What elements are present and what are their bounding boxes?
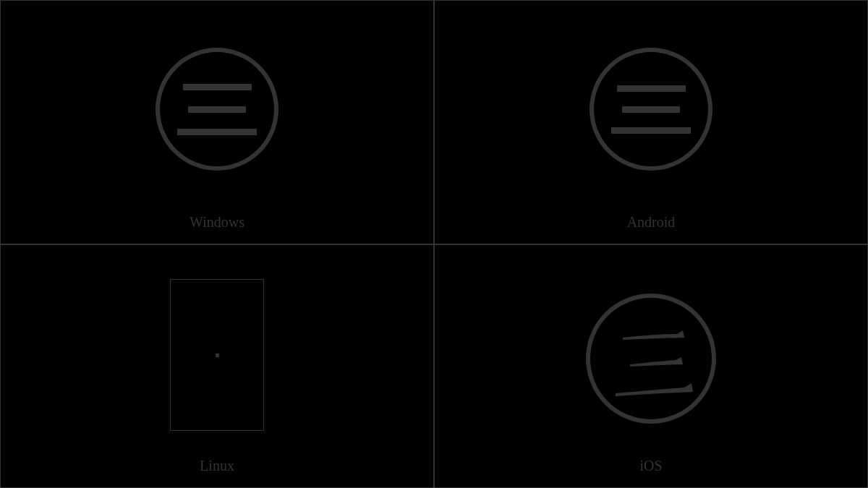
- cjk-three-icon: [590, 298, 720, 428]
- circled-three-icon: [156, 48, 278, 171]
- label-android: Android: [627, 214, 676, 231]
- cell-windows: Windows: [0, 0, 434, 244]
- glyph-ios: [435, 245, 867, 488]
- glyph-linux: [1, 245, 433, 488]
- missing-glyph-icon: [170, 279, 264, 431]
- label-ios: iOS: [639, 458, 662, 474]
- label-windows: Windows: [190, 214, 244, 231]
- circled-three-icon: [590, 48, 712, 171]
- circled-three-icon: [586, 294, 716, 424]
- label-linux: Linux: [200, 458, 234, 474]
- cell-android: Android: [434, 0, 868, 244]
- glyph-windows: [1, 1, 433, 244]
- cell-ios: iOS: [434, 244, 868, 489]
- cell-linux: Linux: [0, 244, 434, 489]
- glyph-comparison-grid: Windows Android Linux: [0, 0, 868, 488]
- glyph-android: [435, 1, 867, 244]
